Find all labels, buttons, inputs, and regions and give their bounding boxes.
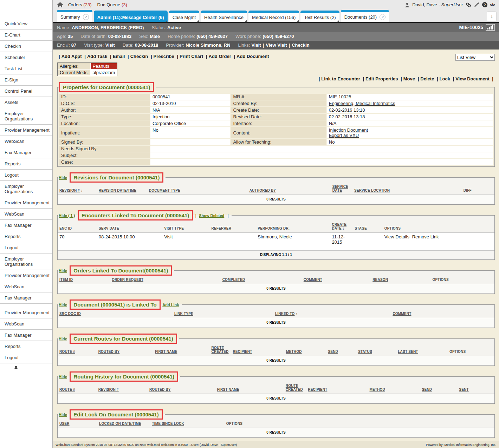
- sort-authored-by[interactable]: AUTHORED BY: [249, 189, 276, 192]
- sort-order-request[interactable]: ORDER REQUEST: [112, 278, 143, 282]
- sort-recipient[interactable]: RECIPIENT: [233, 350, 252, 354]
- move-link[interactable]: Move: [403, 76, 415, 81]
- view-document-link[interactable]: View Document: [455, 76, 490, 81]
- sidebar-item-partial[interactable]: [0, 304, 52, 307]
- add-document-link[interactable]: Add Document: [236, 54, 269, 59]
- sidebar-item-employer-organizations[interactable]: Employer Organizations: [0, 253, 52, 270]
- nav-orders-link[interactable]: Orders (23): [68, 2, 91, 7]
- prop-created-by-link[interactable]: Engineering, Medical Informatics: [329, 101, 395, 106]
- help-icon[interactable]: ?: [482, 2, 487, 7]
- code-icon[interactable]: </>: [490, 2, 495, 7]
- sort-service-location[interactable]: SERVICE LOCATION: [354, 189, 390, 192]
- sidebar-item-control-panel[interactable]: Control Panel: [0, 86, 52, 97]
- sort-comment[interactable]: COMMENT: [304, 278, 322, 282]
- sort-status[interactable]: STATUS: [358, 350, 372, 354]
- sort-last-sent[interactable]: LAST SENT: [398, 350, 418, 354]
- sort-time-since-lock[interactable]: TIME SINCE LOCK: [152, 422, 184, 426]
- delete-link[interactable]: Delete: [420, 76, 434, 81]
- sidebar-item-webscan[interactable]: WebScan: [0, 136, 52, 147]
- add-task-link[interactable]: Add Task: [87, 54, 108, 59]
- nav-doc-queue-link[interactable]: Doc Queue (3): [97, 2, 127, 7]
- sidebar-item-fax-manager[interactable]: Fax Manager: [0, 330, 52, 341]
- sidebar-item-employer-organizations[interactable]: Employer Organizations: [0, 181, 52, 197]
- hide-current-routes-link[interactable]: Hide: [59, 337, 67, 341]
- enc-link-checkin[interactable]: Checkin: [292, 42, 310, 48]
- sort-first-name[interactable]: FIRST NAME: [217, 388, 239, 391]
- sidebar-item-reports[interactable]: Reports: [0, 231, 52, 242]
- tab-documents[interactable]: Documents (20) ↗: [341, 10, 389, 22]
- hide-routing-history-link[interactable]: Hide: [59, 375, 67, 379]
- sort-src-doc-id[interactable]: SRC DOC ID: [59, 312, 81, 316]
- sidebar-item-provider-management[interactable]: Provider Management: [0, 270, 52, 281]
- enc-link-view-visit[interactable]: View Visit: [266, 42, 287, 48]
- export-as-vxu-link[interactable]: Export as VXU: [329, 133, 359, 138]
- sort-method[interactable]: METHOD: [286, 350, 302, 354]
- sort-revision-datetime[interactable]: REVISION DATE/TIME: [99, 189, 136, 192]
- tab-case-mgmt[interactable]: Case Mgmt: [169, 11, 199, 22]
- sidebar-item-logout[interactable]: Logout: [0, 352, 52, 363]
- flowsheet-chart-button[interactable]: [486, 24, 495, 31]
- sort-referrer[interactable]: REFERRER: [212, 226, 232, 230]
- sort-recipient[interactable]: RECIPIENT: [308, 388, 327, 391]
- popout-arrow-icon[interactable]: ↗: [380, 14, 385, 20]
- wand-icon[interactable]: [474, 2, 480, 7]
- sidebar-item-reports[interactable]: Reports: [0, 158, 52, 170]
- sort-send[interactable]: SEND: [422, 388, 432, 391]
- checkin-link[interactable]: Checkin: [130, 54, 148, 59]
- remove-link-link[interactable]: Remove Link: [412, 234, 439, 239]
- sort-revision-number[interactable]: REVISION #: [59, 189, 80, 192]
- sort-completed[interactable]: COMPLETED: [222, 278, 245, 282]
- hide-linked-to-link[interactable]: Hide: [59, 303, 67, 307]
- sort-link-type[interactable]: LINK TYPE: [174, 312, 193, 316]
- sort-routed-by[interactable]: ROUTED BY: [149, 388, 171, 391]
- sort-routed-by[interactable]: ROUTED BY: [98, 350, 120, 354]
- sidebar-item-assets[interactable]: Assets: [0, 97, 52, 108]
- sidebar-item-employer-organizations[interactable]: Employer Organizations: [0, 108, 52, 125]
- sidebar-item-provider-management[interactable]: Provider Management: [0, 125, 52, 136]
- print-chart-link[interactable]: Print Chart: [180, 54, 203, 59]
- link-to-encounter-link[interactable]: Link to Encounter: [321, 76, 360, 81]
- edit-properties-link[interactable]: Edit Properties: [365, 76, 398, 81]
- lock-link[interactable]: Lock: [440, 76, 450, 81]
- sidebar-item-reports[interactable]: Reports: [0, 341, 52, 352]
- sort-user[interactable]: USER: [59, 422, 70, 426]
- show-deleted-link[interactable]: Show Deleted: [199, 213, 224, 218]
- sidebar-item-webscan[interactable]: WebScan: [0, 281, 52, 292]
- sidebar-item-e-sign[interactable]: E-Sign: [0, 74, 52, 86]
- injection-document-link[interactable]: Injection Document: [329, 127, 368, 133]
- sidebar-item-logout[interactable]: Logout: [0, 170, 52, 181]
- add-order-link[interactable]: Add Order: [209, 54, 231, 59]
- current-meds-link[interactable]: Current Meds:: [60, 70, 89, 75]
- sort-locked-on[interactable]: LOCKED ON DATE/TIME: [99, 422, 141, 426]
- med-alprazolam-link[interactable]: alprazolam: [92, 70, 115, 75]
- sidebar-item-fax-manager[interactable]: Fax Manager: [0, 147, 52, 158]
- view-mode-select[interactable]: List View: [455, 54, 495, 61]
- sort-serv-date[interactable]: SERV DATE: [99, 226, 119, 230]
- sidebar-item-fax-manager[interactable]: Fax Manager: [0, 292, 52, 304]
- sidebar-item-provider-management[interactable]: Provider Management: [0, 307, 52, 318]
- sidebar-item-task-list[interactable]: Task List: [0, 63, 52, 74]
- sort-route-created[interactable]: ROUTE CREATED: [286, 384, 303, 391]
- sort-revision-number[interactable]: REVISION #: [98, 388, 119, 391]
- sort-reason[interactable]: REASON: [372, 278, 388, 282]
- add-appt-link[interactable]: Add Appt: [61, 54, 82, 59]
- sort-document-type[interactable]: DOCUMENT TYPE: [149, 189, 180, 192]
- sort-visit-type[interactable]: VISIT TYPE: [164, 226, 184, 230]
- sidebar-item-fax-manager[interactable]: Fax Manager: [0, 220, 52, 231]
- prop-id-value-link[interactable]: 0000541: [153, 94, 170, 99]
- sort-comment[interactable]: COMMENT: [393, 312, 411, 316]
- prop-mr-value-link[interactable]: MIE-10025: [329, 94, 351, 99]
- sort-item-id[interactable]: ITEM ID: [59, 278, 73, 282]
- popout-arrow-icon[interactable]: ↗: [83, 14, 89, 20]
- tab-health-surveillance[interactable]: Health Surveillance: [201, 11, 247, 22]
- email-link[interactable]: Email: [113, 54, 125, 59]
- tab-test-results[interactable]: Test Results (2): [300, 11, 339, 22]
- allergy-peanuts-link[interactable]: Peanuts: [92, 64, 109, 69]
- add-link-link[interactable]: Add Link: [162, 303, 179, 307]
- tab-summary[interactable]: Summary ↗: [57, 10, 92, 22]
- hide-encounters-link[interactable]: Hide ( 1 ): [59, 213, 75, 218]
- tab-admin-message-center[interactable]: Admin (11):Message Center (6): [94, 11, 168, 22]
- sidebar-pin-button[interactable]: [0, 363, 52, 374]
- sort-linked-to[interactable]: LINKED TO: [275, 312, 295, 316]
- sort-send[interactable]: SEND: [328, 350, 338, 354]
